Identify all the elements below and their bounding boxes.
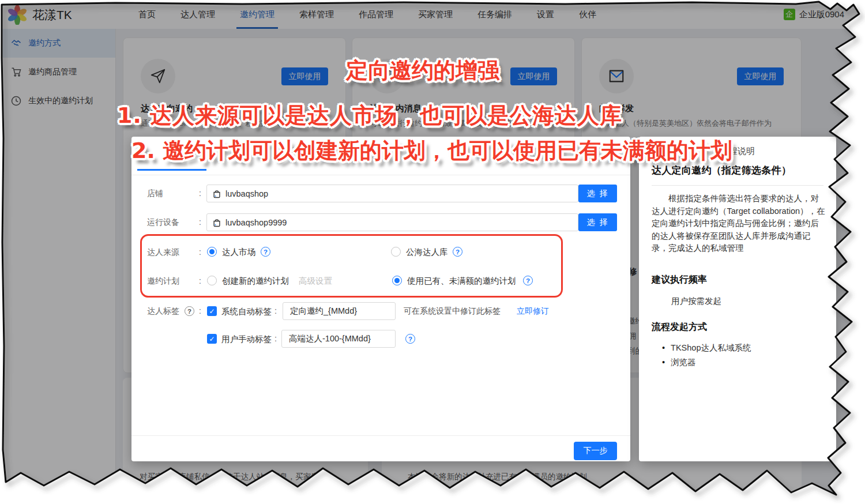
shop-bag-icon [212, 189, 222, 199]
divider [652, 185, 823, 186]
shop-value: luvbaqshop [225, 189, 268, 198]
tags-label: 达人标签 [147, 306, 179, 317]
device-select-button[interactable]: 选 择 [578, 213, 617, 231]
system-tag-value: 定向邀约_{MMdd} [290, 306, 357, 317]
shop-bag-icon [212, 217, 222, 228]
source-public-pool-radio[interactable] [391, 247, 401, 257]
device-value: luvbaqshop9999 [225, 218, 287, 227]
active-tab-underline [137, 169, 206, 171]
manual-tag-label: 用户手动标签 [221, 334, 272, 345]
source-market-radio[interactable] [207, 247, 217, 257]
plan-existing-radio[interactable] [392, 276, 402, 285]
divider [131, 175, 630, 175]
colon: : [274, 306, 277, 315]
source-public-pool-label: 公海达人库 [406, 247, 448, 258]
colon: : [199, 276, 201, 285]
advanced-settings-link[interactable]: 高级设置 [299, 276, 332, 287]
manual-tag-value: 高端达人-100-{MMdd} [289, 333, 371, 344]
colon: : [199, 217, 201, 227]
manual-tag-checkbox[interactable]: ✓ [207, 334, 217, 344]
tag-note: 可在系统设置中修订此标签 [404, 306, 501, 317]
annotation-line-2: 2. 邀约计划可以创建新的计划，也可以使用已有未满额的计划 [131, 136, 732, 166]
divider [131, 435, 630, 436]
plan-new-radio[interactable] [207, 276, 217, 285]
manual-tag-input[interactable]: 高端达人-100-{MMdd} [281, 330, 396, 348]
system-tag-checkbox[interactable]: ✓ [207, 306, 217, 316]
shop-input[interactable]: luvbaqshop [206, 185, 578, 202]
annotation-highlight-box [140, 234, 563, 298]
app-window: 花漾TK 首页 达人管理 邀约管理 索样管理 作品管理 买家管理 任务编排 设置… [0, 0, 865, 504]
annotation-line-1: 1. 达人来源可以是达人市场，也可以是公海达人库 [117, 101, 622, 130]
source-market-label: 达人市场 [222, 247, 255, 258]
shop-label: 店铺 [147, 189, 163, 199]
help-icon[interactable]: ? [405, 334, 415, 344]
next-step-button[interactable]: 下一步 [574, 442, 617, 460]
source-label: 达人来源 [147, 247, 179, 258]
invite-config-modal: 店铺 : luvbaqshop 选 择 运行设备 : luvbaqshop999… [131, 137, 630, 461]
plan-new-label: 创建新的邀约计划 [222, 276, 289, 287]
annotation-title: 定向邀约的增强 [346, 56, 499, 85]
plan-existing-label: 使用已有、未满额的邀约计划 [407, 276, 516, 287]
launch-item: 浏览器 [662, 357, 696, 368]
frequency-heading: 建议执行频率 [652, 274, 707, 286]
device-input[interactable]: luvbaqshop9999 [206, 213, 578, 231]
launch-item: TKShop达人私域系统 [662, 343, 751, 353]
system-tag-input[interactable]: 定向邀约_{MMdd} [283, 302, 396, 320]
help-icon[interactable]: ? [453, 247, 462, 257]
launch-heading: 流程发起方式 [652, 321, 707, 333]
plan-label: 邀约计划 [147, 276, 179, 287]
colon: : [199, 247, 201, 257]
colon: : [274, 334, 277, 343]
help-icon[interactable]: ? [261, 247, 270, 257]
shop-select-button[interactable]: 选 择 [578, 185, 617, 202]
colon: : [199, 306, 201, 315]
frequency-value: 用户按需发起 [671, 296, 721, 307]
system-tag-label: 系统自动标签 [221, 306, 272, 317]
help-icon[interactable]: ? [185, 306, 194, 316]
colon: : [199, 189, 201, 198]
process-help-panel: 流程说明 达人定向邀约（指定筛选条件） 根据指定条件筛选出符合要求的达人，对达人… [639, 137, 836, 461]
device-label: 运行设备 [147, 217, 179, 228]
revise-now-link[interactable]: 立即修订 [517, 306, 549, 317]
panel-title: 达人定向邀约（指定筛选条件） [652, 164, 791, 177]
panel-description: 根据指定条件筛选出符合要求的达人，对达人进行定向邀约（Target collab… [652, 193, 826, 255]
help-icon[interactable]: ? [523, 276, 533, 285]
